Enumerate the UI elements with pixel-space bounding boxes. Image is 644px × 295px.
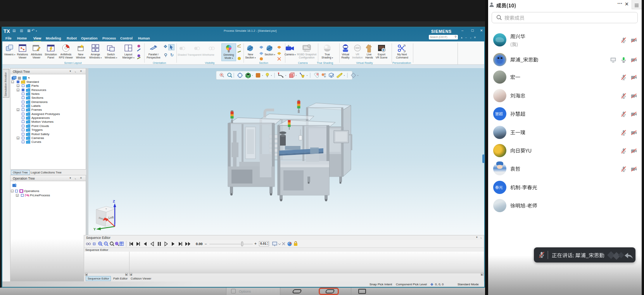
svg-text:T: T: [105, 208, 107, 210]
svg-text:Y: Y: [93, 227, 96, 230]
svg-text:Left: Left: [109, 216, 114, 220]
svg-text:Z: Z: [113, 199, 115, 203]
